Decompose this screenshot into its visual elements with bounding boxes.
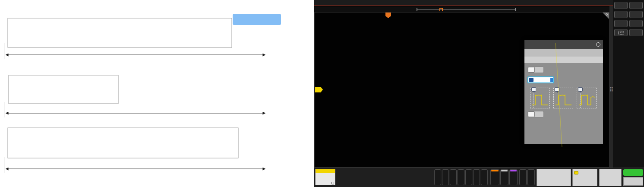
horizontal-overview-bar[interactable] [417, 8, 516, 11]
plot-button[interactable] [629, 20, 643, 27]
frame-trigger-pin-icon [578, 87, 583, 92]
afg-button[interactable] [527, 169, 535, 185]
frame2-pulse [554, 92, 573, 108]
sidebar-buttons [613, 2, 644, 36]
acquisition-panel[interactable] [524, 40, 603, 144]
channel8-color-stripe [482, 170, 487, 171]
splitter-strip[interactable]: ●●●●●● [609, 6, 613, 168]
bus-button[interactable] [509, 169, 518, 185]
panel-settings-row[interactable] [524, 49, 603, 57]
mask-icon-button[interactable] [614, 29, 628, 36]
channel2-color-stripe [435, 170, 440, 171]
panel-body [524, 63, 603, 144]
ref-button[interactable] [500, 169, 508, 185]
results-table-button[interactable] [614, 20, 628, 27]
help-icon[interactable] [596, 42, 600, 47]
overview-position-marker[interactable] [439, 8, 443, 11]
overview-line [417, 10, 515, 10]
splitter-handle-icon[interactable]: ●●●●●● [610, 86, 612, 92]
probe-icon [331, 182, 334, 184]
frame-diagram [530, 87, 600, 108]
dvm-button[interactable] [519, 169, 527, 185]
frameN-box [577, 88, 597, 108]
frame-trigger-pin-icon [531, 87, 536, 92]
acquisition-badge[interactable] [599, 169, 622, 186]
view-strip [314, 7, 609, 12]
oscilloscope-ui: ●●●●●● [314, 0, 644, 187]
fastframe-toggle[interactable] [527, 67, 544, 73]
digital-color-stripe [491, 170, 499, 171]
trigger-badge[interactable] [572, 169, 597, 186]
frame-count-input[interactable] [527, 76, 554, 83]
digital-button[interactable] [490, 169, 499, 185]
channel6-color-stripe [466, 170, 471, 171]
frameN-pulse [577, 92, 596, 108]
frame2-box [553, 88, 573, 108]
frame-count-value [550, 78, 553, 82]
channel5-button[interactable] [458, 169, 464, 185]
panel-title-row [524, 40, 603, 49]
channel2-button[interactable] [434, 169, 441, 185]
frame1-pulse [530, 92, 549, 108]
waveform-display[interactable] [314, 12, 609, 168]
time-arrow-2 [4, 102, 267, 117]
mask-icon [618, 31, 624, 35]
sampling-diagram [0, 0, 314, 187]
datetime-box [623, 177, 643, 186]
storage-window-box-2 [9, 75, 118, 104]
frame-trigger-pin-icon [555, 87, 559, 92]
summary-frame-toggle[interactable] [527, 111, 544, 117]
bottom-bar [314, 168, 644, 187]
channel3-button[interactable] [442, 169, 449, 185]
magnifier-icon [606, 13, 608, 16]
channel7-button[interactable] [473, 169, 480, 185]
cursor-button[interactable] [614, 2, 628, 9]
toggle-knob [528, 67, 535, 73]
triggered-status-button[interactable] [623, 169, 643, 176]
ref-color-stripe [501, 170, 508, 171]
channel8-button[interactable] [481, 169, 488, 185]
toggle-knob [528, 111, 535, 117]
more-button[interactable] [629, 29, 643, 36]
fastframe-info [558, 76, 600, 83]
channel5-color-stripe [458, 170, 464, 171]
channel1-badge[interactable] [315, 169, 335, 185]
menu-bar [314, 0, 613, 6]
fastframe-section-header [524, 57, 603, 63]
horizontal-badge[interactable] [537, 169, 571, 186]
channel1-name [316, 169, 335, 173]
bus-color-stripe [510, 170, 517, 171]
knob-a-icon [529, 78, 534, 82]
channel7-color-stripe [474, 170, 479, 171]
storage-window-box-3 [8, 128, 238, 158]
callout-button[interactable] [629, 2, 643, 9]
windows-ghost-notification [218, 2, 283, 29]
right-sidebar [613, 0, 644, 168]
storage-window-box-1 [8, 18, 232, 48]
measure-button[interactable] [614, 11, 628, 18]
search-button[interactable] [629, 11, 643, 18]
snip-sketch-button[interactable] [233, 14, 281, 25]
channel4-button[interactable] [450, 169, 457, 185]
frame1-box [530, 88, 550, 108]
channel6-button[interactable] [465, 169, 472, 185]
trigger-source-icon [574, 171, 578, 174]
channel3-color-stripe [443, 170, 448, 171]
screenshot-canvas: ●●●●●● [0, 0, 644, 187]
channel4-color-stripe [451, 170, 456, 171]
time-arrow-3 [4, 157, 267, 173]
time-arrow-1 [4, 43, 267, 59]
